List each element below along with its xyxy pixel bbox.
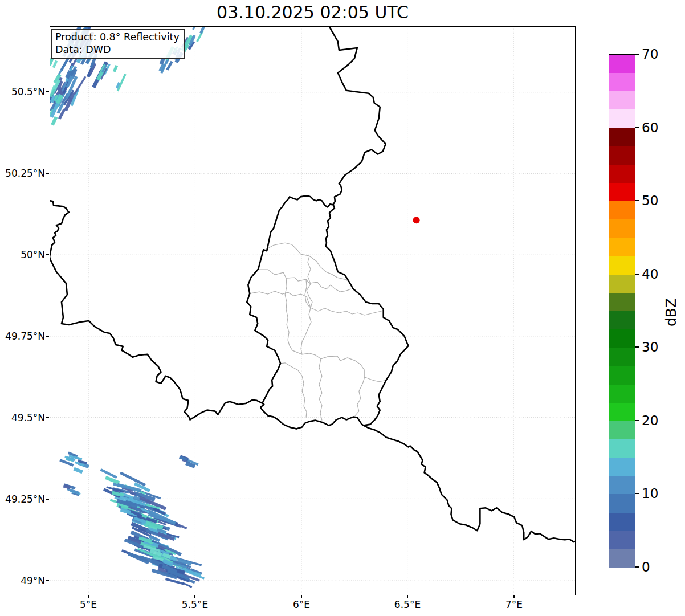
- colorbar-axis-label: dBZ: [663, 298, 679, 327]
- x-tick-label: 6.5°E: [382, 599, 433, 610]
- product-label: Product: 0.8° Reflectivity: [55, 31, 180, 43]
- radar-echo-layer: [50, 27, 205, 587]
- colorbar-segment: [609, 549, 635, 568]
- figure-title: 03.10.2025 02:05 UTC: [50, 2, 576, 23]
- colorbar-tick-label: 0: [642, 559, 676, 575]
- echo-streak: [52, 117, 56, 125]
- y-tick-mark: [46, 499, 49, 500]
- colorbar-tick-label: 70: [642, 46, 676, 62]
- country-borders: [50, 27, 575, 542]
- colorbar-segment: [609, 329, 635, 348]
- y-tick-label: 49.75°N: [0, 330, 45, 342]
- product-info-box: Product: 0.8° Reflectivity Data: DWD: [51, 29, 185, 59]
- border-luxembourg: [247, 195, 408, 429]
- colorbar-segment: [609, 421, 635, 439]
- echo-streak: [165, 579, 184, 584]
- data-source-label: Data: DWD: [55, 43, 180, 56]
- colorbar-segment: [609, 513, 635, 531]
- colorbar-segment: [609, 109, 635, 128]
- echo-streak: [157, 511, 165, 514]
- border-belgium-germany: [329, 27, 386, 204]
- colorbar-tick-mark: [635, 274, 639, 275]
- colorbar-tick-mark: [635, 420, 639, 421]
- colorbar-segment: [609, 128, 635, 146]
- echo-streak: [105, 478, 119, 483]
- colorbar-segment: [609, 476, 635, 494]
- echo-streak: [161, 58, 164, 64]
- colorbar-segment: [609, 385, 635, 403]
- echo-streak: [67, 458, 73, 460]
- echo-streak: [183, 583, 192, 587]
- colorbar-segment: [609, 439, 635, 458]
- echo-streak: [54, 60, 56, 67]
- colorbar-segment: [609, 238, 635, 256]
- border-france-belgium: [50, 201, 262, 419]
- echo-streak: [64, 486, 71, 487]
- y-tick-label: 49°N: [0, 574, 45, 587]
- x-tick-label: 7°E: [488, 599, 540, 610]
- colorbar-segment: [609, 458, 635, 476]
- colorbar-segment: [609, 348, 635, 366]
- y-tick-mark: [46, 91, 49, 92]
- colorbar-tick-mark: [635, 200, 639, 201]
- echo-streak: [114, 66, 117, 72]
- border-france-germany: [364, 426, 575, 542]
- colorbar-tick-label: 20: [642, 413, 676, 429]
- y-tick-mark: [46, 336, 49, 337]
- colorbar-segment: [609, 293, 635, 311]
- y-tick-mark: [46, 173, 49, 174]
- x-tick-label: 6°E: [276, 599, 327, 610]
- colorbar-segment: [609, 275, 635, 293]
- colorbar-segment: [609, 201, 635, 219]
- colorbar-tick-label: 50: [642, 193, 676, 209]
- x-tick-mark: [301, 595, 302, 598]
- colorbar-segment: [609, 91, 635, 109]
- colorbar-tick-label: 10: [642, 486, 676, 501]
- map-plot-area: Product: 0.8° Reflectivity Data: DWD: [50, 26, 576, 595]
- colorbar-segment: [609, 219, 635, 238]
- colorbar-segment: [609, 531, 635, 549]
- y-tick-label: 49.25°N: [0, 493, 45, 505]
- colorbar: [609, 54, 635, 568]
- echo-streak: [101, 470, 117, 478]
- x-tick-mark: [407, 595, 408, 598]
- colorbar-segment: [609, 73, 635, 91]
- map-canvas: [50, 27, 575, 595]
- x-tick-mark: [513, 595, 515, 598]
- colorbar-segment: [609, 55, 635, 73]
- colorbar-tick-mark: [635, 127, 639, 128]
- colorbar-segment: [609, 183, 635, 201]
- colorbar-segment: [609, 403, 635, 421]
- y-tick-mark: [46, 580, 49, 581]
- echo-streak: [50, 58, 52, 66]
- colorbar-segment: [609, 494, 635, 512]
- colorbar-tick-mark: [635, 54, 639, 55]
- radar-site-marker-layer: [413, 217, 420, 223]
- echo-streak: [120, 473, 145, 486]
- colorbar-segment: [609, 146, 635, 165]
- echo-streak: [74, 469, 83, 472]
- y-tick-label: 50.25°N: [0, 167, 45, 180]
- x-tick-mark: [88, 595, 89, 598]
- y-tick-label: 50.5°N: [0, 85, 45, 98]
- x-tick-label: 5°E: [63, 599, 114, 610]
- colorbar-segment: [609, 165, 635, 183]
- y-tick-mark: [46, 417, 49, 418]
- echo-streak: [167, 62, 172, 70]
- colorbar-segment: [609, 256, 635, 275]
- colorbar-tick-mark: [635, 566, 639, 568]
- colorbar-tick-mark: [635, 346, 639, 348]
- colorbar-tick-label: 60: [642, 120, 676, 136]
- colorbar-tick-mark: [635, 493, 639, 495]
- x-tick-mark: [194, 595, 195, 598]
- y-tick-mark: [46, 254, 49, 255]
- colorbar-tick-label: 40: [642, 266, 676, 282]
- x-tick-label: 5.5°E: [169, 599, 221, 610]
- radar-site-dot: [413, 217, 420, 223]
- colorbar-segment: [609, 311, 635, 329]
- y-tick-label: 49.5°N: [0, 411, 45, 424]
- colorbar-segment: [609, 366, 635, 384]
- colorbar-tick-label: 30: [642, 339, 676, 355]
- y-tick-label: 50°N: [0, 248, 45, 261]
- admin-borders: [250, 243, 385, 420]
